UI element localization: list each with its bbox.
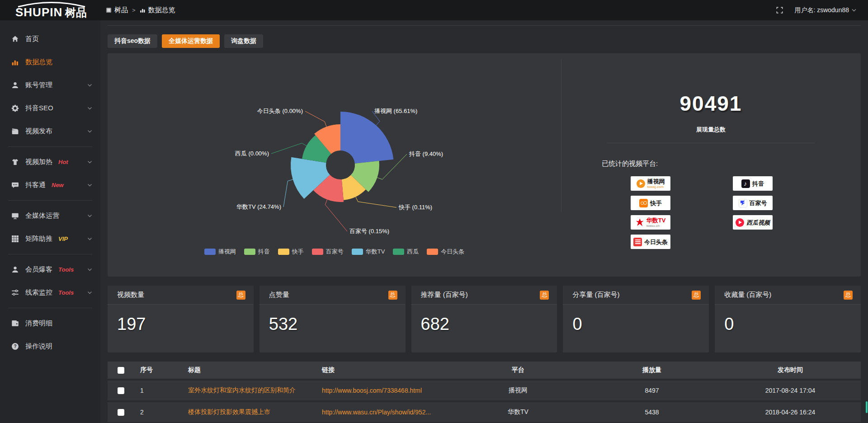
platform-card-xigua: 西瓜视频 (733, 215, 773, 230)
stat-card-header: 分享量 (百家号)总 (563, 286, 709, 305)
toutiao-logo-icon (633, 238, 642, 246)
sidebar-item-media-operation[interactable]: 全媒体运营 (0, 204, 100, 227)
pie-slice-label: 今日头条 (0.00%) (257, 108, 303, 114)
sidebar-item-label: 线索监控 (25, 288, 52, 297)
tab-1[interactable]: 全媒体运营数据 (162, 34, 220, 48)
sidebar-item-video-publish[interactable]: 视频发布 (0, 120, 100, 143)
tab-2[interactable]: 询盘数据 (224, 34, 263, 48)
col-header-time: 发布时间 (720, 366, 861, 374)
stat-card-value: 0 (572, 315, 709, 334)
sidebar-item-video-heat[interactable]: 视频加热Hot (0, 150, 100, 174)
sidebar-item-consume-detail[interactable]: 消费明细 (0, 312, 100, 335)
pie-slice[interactable] (340, 112, 393, 164)
legend-item[interactable]: 百家号 (312, 248, 344, 256)
chevron-down-icon (87, 214, 92, 217)
row-platform: 播视网 (452, 386, 584, 395)
header-divider (108, 20, 861, 26)
row-views: 8497 (584, 387, 720, 394)
table-header-row: 序号标题链接平台播放量发布时间 (108, 362, 861, 379)
sidebar-item-label: 视频发布 (25, 127, 52, 136)
chevron-down-icon (87, 107, 92, 110)
chevron-down-icon (87, 291, 92, 294)
platform-card-baijia: 百家号 (733, 196, 773, 210)
chevron-down-icon (87, 268, 92, 271)
app-logo[interactable]: SHUPIN 树品 (0, 1, 100, 19)
stat-card-title: 视频数量 (117, 291, 144, 299)
fullscreen-icon[interactable] (776, 6, 783, 14)
row-checkbox[interactable] (118, 387, 124, 394)
video-url-link[interactable]: http://www.wasu.cn/Play/show/id/952... (316, 409, 452, 416)
sidebar-item-douketong[interactable]: 抖客通New (0, 174, 100, 197)
select-all-checkbox[interactable] (118, 367, 124, 374)
xigua-logo-icon (736, 218, 744, 227)
legend-item[interactable]: 抖音 (244, 248, 270, 256)
chevron-down-icon (87, 183, 92, 187)
row-time: 2018-04-26 16:24 (720, 409, 861, 416)
monitor-icon (11, 212, 19, 220)
platform-name: 百家号 (750, 200, 767, 206)
sidebar-item-badge: Tools (58, 266, 74, 273)
legend-label: 华数TV (366, 248, 385, 256)
legend-item[interactable]: 西瓜 (393, 248, 419, 256)
sidebar-item-matrix-boost[interactable]: 矩阵助推VIP (0, 227, 100, 250)
user-menu[interactable]: 用户名: zswodun88 (794, 6, 856, 14)
platform-name: 西瓜视频 (746, 220, 770, 226)
logo-text-cn: 树品 (65, 6, 87, 19)
legend-item[interactable]: 快手 (278, 248, 304, 256)
video-title-link[interactable]: 楼体投影灯投影效果震撼上市 (183, 408, 316, 416)
row-views: 5438 (584, 409, 720, 416)
sidebar-item-label: 视频加热 (25, 158, 52, 166)
breadcrumb-root-label: 树品 (114, 6, 128, 14)
row-checkbox[interactable] (118, 409, 124, 416)
pie-slice-label: 快手 (0.11%) (398, 204, 432, 211)
legend-item[interactable]: 华数TV (352, 248, 385, 256)
stat-card: 点赞量总532 (259, 286, 406, 352)
sidebar-item-label: 消费明细 (25, 319, 52, 328)
sidebar-item-badge: New (52, 182, 64, 188)
sidebar-item-clue-monitor[interactable]: 线索监控Tools (0, 281, 100, 304)
chevron-down-icon (87, 160, 92, 164)
total-badge: 总 (844, 291, 853, 300)
home-icon (11, 35, 19, 43)
sidebar-item-label: 数据总览 (25, 58, 52, 66)
legend-label: 抖音 (258, 248, 270, 256)
pie-label-leader (271, 143, 307, 154)
platform-card-kuaishou: 快手 (631, 196, 670, 210)
sidebar-item-badge: Tools (58, 289, 74, 296)
platform-name: 抖音 (752, 181, 764, 187)
breadcrumb-current[interactable]: 数据总览 (140, 6, 175, 14)
pie-label-leader (283, 179, 293, 207)
sidebar-item-account-manage[interactable]: 账号管理 (0, 74, 100, 97)
sidebar-item-label: 全媒体运营 (25, 212, 59, 220)
sidebar-divider (8, 254, 92, 254)
app-square-icon (106, 7, 112, 13)
breadcrumb-root[interactable]: 树品 (106, 6, 128, 14)
platform-name: 华数TV (646, 217, 666, 223)
video-title-link[interactable]: 室外水纹灯和室内水纹灯的区别和简介 (183, 386, 316, 395)
chevron-down-icon (852, 9, 856, 12)
video-url-link[interactable]: http://www.boosj.com/7338468.html (316, 387, 452, 394)
platform-name: 快手 (650, 200, 662, 206)
stat-card-value: 197 (117, 315, 254, 334)
sidebar-item-home[interactable]: 首页 (0, 28, 100, 51)
platforms-grid: 播视网boosj.com抖音快手百家号华数TVwasu.cn西瓜视频今日头条 (631, 176, 861, 249)
boosj-logo-icon (637, 179, 645, 188)
tab-0[interactable]: 抖音seo数据 (108, 34, 157, 48)
legend-label: 今日头条 (441, 248, 464, 256)
sidebar-item-label: 会员爆客 (25, 265, 52, 274)
legend-item[interactable]: 今日头条 (427, 248, 464, 256)
stat-card-title: 分享量 (百家号) (572, 291, 619, 299)
summary-section: 90491 展现量总数 已统计的视频平台: 播视网boosj.com抖音快手百家… (561, 53, 861, 277)
total-badge: 总 (692, 291, 701, 300)
sidebar-item-member-baoke[interactable]: 会员爆客Tools (0, 258, 100, 281)
legend-label: 快手 (292, 248, 304, 256)
stat-card-value: 532 (269, 315, 406, 334)
sidebar-item-operation-guide[interactable]: ?操作说明 (0, 335, 100, 358)
legend-item[interactable]: 播视网 (204, 248, 236, 256)
sidebar-item-data-overview[interactable]: 数据总览 (0, 51, 100, 74)
scrollbar-thumb[interactable] (866, 401, 868, 413)
main-content: 抖音seo数据全媒体运营数据询盘数据 播视网 (65.61%)抖音 (9.40%… (100, 20, 868, 423)
grid-icon (11, 235, 19, 243)
sidebar-item-douyin-seo[interactable]: 抖音SEO (0, 97, 100, 120)
stat-card: 视频数量总197 (108, 286, 254, 352)
